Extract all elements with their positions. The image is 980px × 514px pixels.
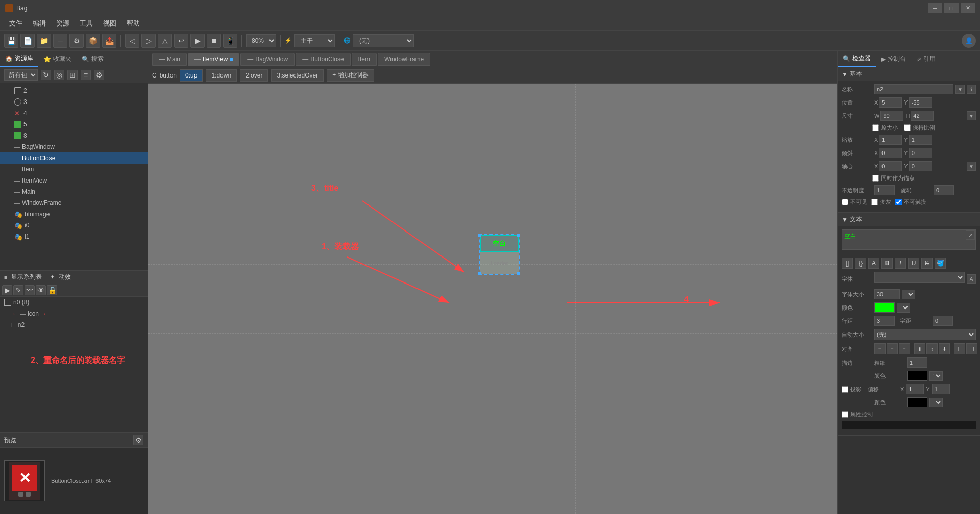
align-right-button[interactable]: ≡ [899, 343, 910, 354]
underline-button[interactable]: U [908, 258, 919, 269]
stop-button[interactable]: ⏹ [207, 34, 221, 48]
scene-item-icon[interactable]: → — icon ← [0, 308, 148, 319]
publish-button[interactable]: 📦 [86, 34, 100, 48]
search-tab[interactable]: 🔍 搜索 [77, 51, 109, 67]
align-sp2-button[interactable]: ⊣ [966, 343, 977, 354]
anchor-label[interactable]: 同时作为锚点 [872, 174, 915, 182]
rotation-input[interactable] [934, 185, 954, 195]
tree-item-i0[interactable]: 🎭 i0 [0, 220, 148, 231]
valign-top-button[interactable]: ⬆ [914, 343, 925, 354]
name-info-button[interactable]: ℹ [967, 85, 976, 94]
size-expand-button[interactable]: ▼ [967, 111, 976, 120]
shadow-x-input[interactable] [906, 384, 924, 394]
tree-item-i1[interactable]: 🎭 i1 [0, 231, 148, 242]
tree-item-main[interactable]: — Main [0, 186, 148, 197]
close-file-button[interactable]: ─ [53, 34, 67, 48]
favorites-tab[interactable]: ⭐ 收藏夹 [38, 51, 77, 67]
shadow-color-swatch[interactable] [907, 397, 927, 407]
tree-item-2[interactable]: 2 [0, 85, 148, 96]
scene-item-n2[interactable]: T n2 [0, 319, 148, 330]
pos-y-input[interactable] [909, 97, 932, 108]
scale-x-input[interactable] [879, 135, 902, 145]
original-size-label[interactable]: 原大小 [872, 124, 898, 132]
valign-middle-button[interactable]: ↕ [926, 343, 938, 354]
opacity-input[interactable] [874, 185, 895, 195]
text-section-header[interactable]: ▼ 文本 [838, 213, 980, 226]
state-selectedover-button[interactable]: 3:selectedOver [271, 69, 324, 82]
state-down-button[interactable]: 1:down [206, 69, 237, 82]
play-scene-button[interactable]: ▶ [2, 285, 12, 295]
align-center-button[interactable]: ≡ [887, 343, 898, 354]
autosize-select[interactable]: (无) [874, 329, 976, 340]
menu-tools[interactable]: 工具 [75, 17, 98, 30]
tree-item-windowframe[interactable]: — WindowFrame [0, 197, 148, 209]
tree-item-itemview[interactable]: — ItemView [0, 175, 148, 186]
property-control-checkbox[interactable] [842, 411, 848, 418]
play-button[interactable]: ▶ [190, 34, 205, 48]
inspector-tab-inspector[interactable]: 🔍 检查器 [838, 51, 876, 67]
shadow-label[interactable]: 投影 [842, 386, 862, 393]
lock-scene-button[interactable]: 🔒 [47, 285, 57, 295]
notouch-label[interactable]: 不可触摸 [895, 198, 926, 206]
export-button[interactable]: 📤 [102, 34, 116, 48]
shadow-checkbox[interactable] [842, 386, 848, 393]
minimize-button[interactable]: ─ [928, 3, 942, 13]
gray-checkbox[interactable] [871, 199, 878, 205]
prop-name-input[interactable] [874, 84, 953, 94]
pivot-y-input[interactable] [909, 161, 932, 171]
pivot-x-input[interactable] [879, 161, 902, 171]
basic-section-header[interactable]: ▼ 基本 [838, 67, 980, 81]
char-spacing-input[interactable] [933, 316, 953, 326]
fontsize-input[interactable] [874, 289, 900, 299]
menu-file[interactable]: 文件 [4, 17, 28, 30]
navigate-back-button[interactable]: ↩ [174, 34, 188, 48]
tab-bagwindow[interactable]: — BagWindow [240, 53, 295, 66]
loader-widget-outer[interactable]: 空白 Loader [479, 234, 520, 275]
text-content-input[interactable]: 空白 [842, 229, 976, 250]
shadow-color-select[interactable]: ▼ [929, 398, 943, 407]
menu-assets[interactable]: 资源 [51, 17, 75, 30]
handle-bl[interactable] [478, 272, 481, 275]
handle-tr[interactable] [517, 234, 520, 237]
pivot-expand-button[interactable]: ▼ [967, 162, 976, 171]
new-button[interactable]: 📄 [20, 34, 35, 48]
no-select[interactable]: (无) [353, 34, 414, 47]
pos-x-input[interactable] [879, 97, 902, 108]
keep-ratio-label[interactable]: 保持比例 [904, 124, 935, 132]
maximize-button[interactable]: □ [944, 3, 959, 13]
stroke-color-select[interactable]: ▼ [929, 371, 943, 381]
tree-item-5[interactable]: 5 [0, 119, 148, 130]
fontsize-unit-select[interactable]: ▼ [902, 290, 915, 299]
menu-edit[interactable]: 编辑 [28, 17, 51, 30]
invisible-checkbox[interactable] [842, 199, 848, 205]
text-align-left-icon[interactable]: A [868, 258, 879, 269]
font-select[interactable] [874, 272, 965, 283]
open-button[interactable]: 📁 [37, 34, 51, 48]
preview-settings-button[interactable]: ⚙ [133, 435, 143, 445]
tree-item-btnimage[interactable]: 🎭 btnimage [0, 209, 148, 220]
align-left-button[interactable]: ≡ [874, 343, 886, 354]
tilt-y-input[interactable] [909, 148, 932, 158]
invisible-label[interactable]: 不可见 [842, 198, 867, 206]
valign-bottom-button[interactable]: ⬇ [939, 343, 950, 354]
tree-item-8[interactable]: 8 [0, 130, 148, 141]
gray-label[interactable]: 变灰 [871, 198, 891, 206]
text-bracket2-button[interactable]: {} [855, 258, 866, 269]
tree-item-3[interactable]: 3 [0, 96, 148, 108]
tab-main[interactable]: — Main [152, 53, 187, 66]
branch-select[interactable]: 主干 [294, 34, 335, 47]
menu-help[interactable]: 帮助 [121, 17, 145, 30]
loader-inner-widget[interactable]: 空白 [480, 235, 519, 252]
notouch-checkbox[interactable] [895, 199, 902, 205]
shadow-y-input[interactable] [932, 384, 950, 394]
scene-item-n0[interactable]: n0 {8} [0, 297, 148, 308]
font-settings-button[interactable]: A [967, 274, 976, 284]
stroke-width-input[interactable] [907, 357, 927, 368]
asset-library-tab[interactable]: 🏠 资源库 [0, 51, 38, 67]
settings-panel-button[interactable]: ⚙ [94, 70, 104, 80]
tab-windowframe[interactable]: WindowFrame [378, 53, 430, 66]
navigate-right-button[interactable]: ▷ [141, 34, 156, 48]
original-size-checkbox[interactable] [872, 124, 879, 131]
tree-item-item[interactable]: — Item [0, 164, 148, 175]
italic-button[interactable]: I [895, 258, 906, 269]
